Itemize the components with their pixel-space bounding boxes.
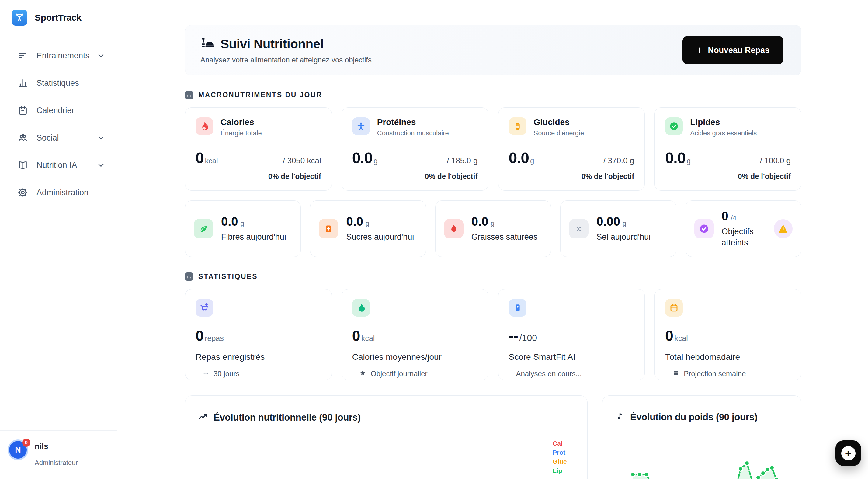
macro-target: / 185.0 g (447, 156, 477, 165)
calendar-icon (18, 105, 28, 116)
page-subtitle: Analysez votre alimentation et atteignez… (200, 56, 372, 64)
section-stats-header: STATISTIQUES (185, 273, 801, 281)
daily-label: Graisses saturées (471, 231, 538, 243)
user-name: nils (35, 442, 78, 451)
macro-card-proteines: Protéines Construction musculaire 0.0g /… (342, 107, 489, 191)
stat-value: --/100 (509, 327, 634, 344)
app-name: SportTrack (35, 12, 82, 23)
sidebar-item-label: Social (36, 133, 59, 142)
floating-add-button[interactable]: + (835, 440, 861, 466)
stat-footer: Objectif journalier (352, 370, 478, 378)
orange-calendar-icon (665, 299, 683, 317)
section-macros-header: MACRONUTRIMENTS DU JOUR (185, 91, 801, 99)
weight-line-chart (602, 448, 801, 479)
chevron-down-icon (97, 52, 105, 60)
mini-bar-chart-icon (185, 91, 193, 99)
droplet-icon (444, 219, 464, 238)
stat-card-score-smartfit: --/100 Score SmartFit AI Analyses en cou… (498, 289, 645, 380)
weightlifter-logo-icon (11, 10, 27, 26)
stat-card-repas: 0repas Repas enregistrés 30 jours (185, 289, 332, 380)
stat-label: Total hebdomadaire (665, 352, 791, 362)
sidebar-item-entrainements[interactable]: Entrainements (0, 42, 117, 69)
charts-row: Évolution nutritionnelle (90 jours) CalP… (185, 395, 801, 479)
star-icon (360, 370, 366, 378)
app-logo[interactable]: SportTrack (0, 0, 117, 35)
nutrition-chart-title: Évolution nutritionnelle (90 jours) (185, 396, 587, 424)
macro-target: / 100.0 g (760, 156, 791, 165)
stat-footer: 30 jours (195, 370, 321, 378)
sidebar-item-statistiques[interactable]: Statistiques (0, 69, 117, 97)
sidebar-item-label: Calendrier (36, 106, 74, 115)
macro-title: Lipides (690, 118, 757, 127)
macro-value: 0kcal (195, 149, 218, 167)
macro-subtitle: Source d'énergie (534, 129, 584, 137)
purple-check-icon (694, 219, 714, 238)
daily-label: Fibres aujourd'hui (221, 231, 286, 243)
macro-card-glucides: Glucides Source d'énergie 0.0g / 370.0 g… (498, 107, 645, 191)
page: SportTrack Entrainements Statistiques (0, 0, 868, 479)
sidebar-item-nutrition-ia[interactable]: Nutrition IA (0, 152, 117, 179)
notification-badge: 0 (22, 439, 30, 447)
daily-card-sel: 0.00g Sel aujourd'hui (560, 200, 676, 257)
sidebar-item-label: Administration (36, 188, 89, 197)
macro-subtitle: Énergie totale (220, 129, 262, 137)
book-icon (18, 160, 28, 170)
bar-chart-icon (18, 78, 28, 88)
sidebar-item-social[interactable]: Social (0, 124, 117, 152)
daily-label: Sel aujourd'hui (596, 231, 651, 243)
cart-plus-icon (195, 299, 213, 317)
legend-item: Prot (553, 449, 567, 455)
stat-footer: Analyses en cours... (509, 370, 634, 378)
macro-progress: 0% de l'objectif (582, 172, 634, 181)
page-header-banner: Suivi Nutritionnel Analysez votre alimen… (185, 25, 801, 75)
daily-card-sucres: 0.0g Sucres aujourd'hui (310, 200, 426, 257)
nutrition-chart-card: Évolution nutritionnelle (90 jours) CalP… (185, 395, 588, 479)
chevron-down-icon (97, 133, 105, 142)
ellipsis-icon (203, 370, 209, 378)
legend-item: Lip (553, 468, 567, 474)
stat-label: Score SmartFit AI (509, 352, 634, 362)
daily-label: Sucres aujourd'hui (346, 231, 414, 243)
user-profile[interactable]: N 0 nils Administrateur (0, 430, 117, 479)
music-note-icon (615, 412, 624, 423)
legend-item: Gluc (553, 458, 567, 465)
macro-subtitle: Acides gras essentiels (690, 129, 757, 137)
macro-card-lipides: Lipides Acides gras essentiels 0.0g / 10… (654, 107, 801, 191)
stat-card-total-hebdo: 0kcal Total hebdomadaire Projection sema… (654, 289, 801, 380)
user-role: Administrateur (35, 459, 78, 467)
macro-value: 0.0g (665, 149, 691, 167)
weight-chart-title: Évolution du poids (90 jours) (602, 396, 801, 423)
flame-icon (195, 118, 213, 135)
sugar-cube-icon (319, 219, 338, 238)
daily-card-objectifs: 0/4 Objectifs atteints (685, 200, 801, 257)
daily-card-fibres: 0.0g Fibres aujourd'hui (185, 200, 301, 257)
macro-title: Protéines (377, 118, 449, 127)
sidebar-item-calendrier[interactable]: Calendrier (0, 97, 117, 124)
smart-device-icon (509, 299, 526, 317)
daily-value: 0.0g (471, 215, 538, 228)
sidebar-item-administration[interactable]: Administration (0, 179, 117, 206)
daily-cards-row: 0.0g Fibres aujourd'hui 0.0g Sucres aujo… (185, 200, 801, 257)
macro-progress: 0% de l'objectif (738, 172, 791, 181)
chevron-down-icon (97, 161, 105, 169)
section-title: MACRONUTRIMENTS DU JOUR (198, 91, 322, 99)
check-circle-icon (665, 118, 683, 135)
daily-value: 0/4 (722, 209, 766, 223)
stat-label: Calories moyennes/jour (352, 352, 478, 362)
stats-cards-row: 0repas Repas enregistrés 30 jours 0kcal … (185, 289, 801, 380)
daily-card-graisses: 0.0g Graisses saturées (435, 200, 551, 257)
macro-card-calories: Calories Énergie totale 0kcal / 3050 kca… (185, 107, 332, 191)
new-meal-button[interactable]: + Nouveau Repas (682, 36, 783, 64)
plus-icon: + (696, 45, 703, 55)
macro-cards-row: Calories Énergie totale 0kcal / 3050 kca… (185, 107, 801, 191)
plus-icon: + (841, 446, 856, 460)
daily-value: 0.0g (221, 215, 286, 228)
sidebar-item-label: Statistiques (36, 78, 79, 88)
daily-label: Objectifs atteints (722, 226, 766, 248)
sidebar: SportTrack Entrainements Statistiques (0, 0, 117, 479)
macro-progress: 0% de l'objectif (425, 172, 478, 181)
green-flame-icon (352, 299, 370, 317)
daily-value: 0.00g (596, 215, 651, 228)
macro-value: 0.0g (352, 149, 378, 167)
bread-icon (509, 118, 526, 135)
